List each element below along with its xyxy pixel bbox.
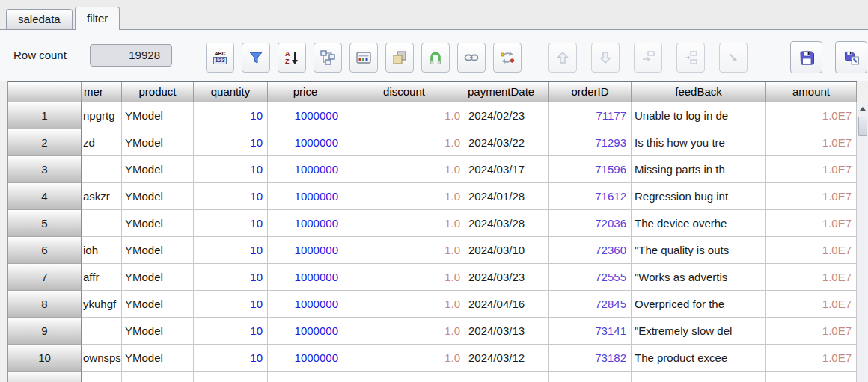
cell-orderID[interactable]: 71177 [549, 102, 632, 129]
insert-row-above-button[interactable] [634, 43, 662, 73]
row-number[interactable]: 1 [8, 102, 82, 129]
cell-customer[interactable]: zd [82, 129, 122, 156]
row-number[interactable]: 2 [8, 129, 82, 156]
panel-settings-button[interactable] [349, 43, 378, 73]
cell-paymentDate[interactable]: 2024/03/17 [465, 156, 549, 183]
cell-product[interactable]: YModel [122, 345, 194, 372]
col-header-feedBack[interactable]: feedBack [632, 82, 766, 102]
cell-price[interactable]: 1000000 [268, 318, 343, 345]
cell-discount[interactable]: 1.0 [343, 156, 465, 183]
cell-paymentDate[interactable]: 2024/03/12 [465, 345, 549, 372]
cell-paymentDate[interactable]: 2024/02/23 [465, 102, 549, 129]
cell-customer[interactable]: ioh [82, 237, 122, 264]
cell-paymentDate[interactable]: 2024/03/28 [465, 210, 549, 237]
cell-product[interactable]: YModel [122, 210, 194, 237]
cell-product[interactable]: YModel [122, 318, 194, 345]
col-header-customer[interactable]: mer [82, 82, 122, 102]
cell-quantity[interactable]: 10 [194, 183, 268, 210]
cell-discount[interactable]: 1.0 [343, 210, 465, 237]
cell-paymentDate[interactable]: 2024/03/13 [465, 318, 549, 345]
cell-product[interactable]: YModel [122, 183, 194, 210]
cell-product[interactable]: YModel [122, 264, 194, 291]
cell-customer[interactable]: npgrtg [82, 102, 122, 129]
cell-orderID[interactable]: 73141 [549, 318, 632, 345]
move-down-button[interactable] [591, 43, 620, 73]
col-header-orderID[interactable]: orderID [549, 82, 632, 102]
cell-amount[interactable]: 1.0E7 [766, 102, 857, 129]
col-header-quantity[interactable]: quantity [194, 82, 268, 102]
cell-feedBack[interactable]: "Works as advertis [632, 264, 766, 291]
refresh-button[interactable] [493, 43, 522, 73]
cell-quantity[interactable] [194, 372, 268, 382]
cell-orderID[interactable]: 71596 [549, 156, 632, 183]
save-button[interactable] [790, 41, 822, 73]
cell-orderID[interactable]: 72845 [549, 291, 632, 318]
cell-feedBack[interactable]: Regression bug int [632, 183, 766, 210]
col-header-num[interactable] [8, 82, 82, 102]
cell-amount[interactable]: 1.0E7 [766, 318, 857, 345]
cell-price[interactable] [268, 372, 343, 382]
cell-product[interactable] [122, 372, 194, 382]
row-number[interactable]: 5 [8, 210, 82, 237]
cell-customer[interactable]: askzr [82, 183, 122, 210]
cell-orderID[interactable]: 71293 [549, 129, 632, 156]
cell-amount[interactable]: 1.0E7 [766, 129, 857, 156]
cell-product[interactable]: YModel [122, 102, 194, 129]
cell-customer[interactable] [82, 156, 122, 183]
flowchart-button[interactable] [314, 43, 342, 73]
cell-discount[interactable]: 1.0 [343, 264, 465, 291]
cell-feedBack[interactable] [632, 372, 766, 382]
cell-discount[interactable]: 1.0 [343, 318, 465, 345]
cell-amount[interactable] [766, 372, 857, 382]
cell-customer[interactable] [82, 318, 122, 345]
row-number[interactable]: 4 [8, 183, 82, 210]
cell-discount[interactable] [343, 372, 465, 382]
cell-orderID[interactable] [549, 372, 632, 382]
row-number[interactable]: 6 [8, 237, 82, 264]
cell-price[interactable]: 1000000 [268, 156, 343, 183]
vertical-scrollbar[interactable] [858, 102, 868, 382]
insert-row-below-button[interactable] [676, 43, 705, 73]
cell-customer[interactable] [82, 210, 122, 237]
cell-discount[interactable]: 1.0 [343, 102, 465, 129]
copy-button[interactable] [385, 43, 414, 73]
cell-orderID[interactable]: 72360 [549, 237, 632, 264]
cell-paymentDate[interactable]: 2024/04/16 [465, 291, 549, 318]
cell-paymentDate[interactable] [465, 372, 549, 382]
cell-amount[interactable]: 1.0E7 [766, 264, 857, 291]
cell-amount[interactable]: 1.0E7 [766, 291, 857, 318]
cell-quantity[interactable]: 10 [194, 237, 268, 264]
cell-product[interactable]: YModel [122, 156, 194, 183]
cell-feedBack[interactable]: Overpriced for the [632, 291, 766, 318]
cell-orderID[interactable]: 72555 [549, 264, 632, 291]
cell-amount[interactable]: 1.0E7 [766, 183, 857, 210]
col-header-product[interactable]: product [122, 82, 194, 102]
cell-discount[interactable]: 1.0 [343, 129, 465, 156]
cell-product[interactable]: YModel [122, 291, 194, 318]
cell-discount[interactable]: 1.0 [343, 183, 465, 210]
cell-customer[interactable]: ownsps [82, 345, 122, 372]
tab-filter[interactable]: filter [75, 7, 120, 30]
cell-customer[interactable]: affr [82, 264, 122, 291]
sort-button[interactable]: AZ [278, 43, 306, 73]
cell-price[interactable]: 1000000 [268, 291, 343, 318]
row-number[interactable] [8, 372, 82, 382]
cell-feedBack[interactable]: Unable to log in de [632, 102, 766, 129]
cell-customer[interactable] [82, 372, 122, 382]
cell-feedBack[interactable]: The device overhe [632, 210, 766, 237]
row-number[interactable]: 10 [8, 345, 82, 372]
cell-quantity[interactable]: 10 [194, 345, 268, 372]
cell-discount[interactable]: 1.0 [343, 237, 465, 264]
col-header-price[interactable]: price [268, 82, 343, 102]
cell-quantity[interactable]: 10 [194, 210, 268, 237]
row-number[interactable]: 9 [8, 318, 82, 345]
filter-button[interactable] [242, 43, 270, 73]
cell-product[interactable]: YModel [122, 237, 194, 264]
cell-product[interactable]: YModel [122, 129, 194, 156]
cell-quantity[interactable]: 10 [194, 129, 268, 156]
cell-orderID[interactable]: 72036 [549, 210, 632, 237]
cell-quantity[interactable]: 10 [194, 318, 268, 345]
cell-orderID[interactable]: 71612 [549, 183, 632, 210]
scroll-up-button[interactable] [858, 102, 868, 114]
cell-price[interactable]: 1000000 [268, 102, 343, 129]
